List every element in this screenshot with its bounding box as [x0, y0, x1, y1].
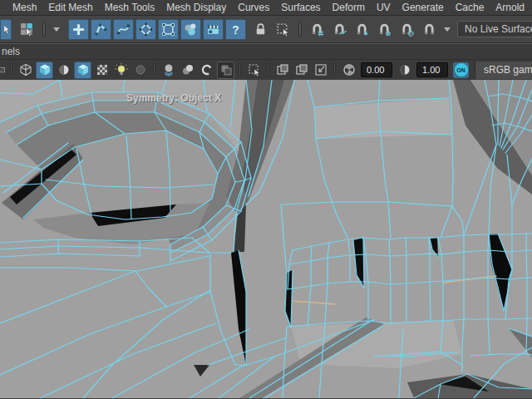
viewport-marquee-icon[interactable] — [245, 62, 263, 79]
svg-text:?: ? — [232, 22, 239, 36]
mesh-wireframe[interactable] — [0, 80, 532, 398]
separator — [267, 63, 269, 76]
contrast-icon[interactable] — [396, 62, 413, 79]
live-surface-field[interactable]: No Live Surface — [457, 21, 532, 37]
menu-mesh-tools[interactable]: Mesh Tools — [99, 2, 160, 13]
move-tool-icon[interactable] — [68, 19, 89, 40]
separator[interactable] — [298, 22, 302, 37]
menu-cache[interactable]: Cache — [450, 2, 490, 13]
lock-icon[interactable] — [250, 19, 271, 40]
separator — [153, 63, 155, 76]
marquee-select-icon[interactable] — [273, 19, 293, 40]
snap-curve-magnet-icon[interactable] — [329, 19, 350, 40]
depth-of-field-icon[interactable] — [198, 62, 215, 79]
frame-icon[interactable] — [0, 62, 6, 79]
clapperboard-icon[interactable] — [203, 19, 224, 40]
wireframe-cube-icon[interactable] — [17, 62, 34, 79]
panel-menu-bar: nels — [0, 43, 532, 59]
status-line: ? No Live Surface Obj — [0, 16, 532, 43]
snap-plane-magnet-icon[interactable] — [397, 19, 417, 40]
gamma-field[interactable]: 1.00 — [416, 62, 448, 77]
panels-menu-partial[interactable]: nels — [2, 46, 20, 57]
select-cursor-icon[interactable] — [0, 19, 12, 40]
selection-mask-icon[interactable] — [17, 19, 37, 40]
menu-generate[interactable]: Generate — [397, 2, 450, 13]
curve-tool-icon[interactable] — [113, 19, 134, 40]
help-icon[interactable]: ? — [225, 19, 246, 40]
on-toggle-label: ON — [455, 63, 468, 76]
menu-edit-mesh[interactable]: Edit Mesh — [42, 2, 98, 13]
shadows-icon[interactable] — [131, 62, 149, 79]
snap-center-magnet-icon[interactable] — [374, 19, 395, 40]
menu-surfaces[interactable]: Surfaces — [275, 2, 326, 13]
soft-select-icon[interactable] — [180, 19, 201, 40]
layout-pane-icon[interactable] — [273, 62, 291, 79]
menu-arnold[interactable]: Arnold — [490, 2, 530, 13]
separator[interactable] — [42, 22, 46, 37]
menu-mesh[interactable]: Mesh — [7, 2, 42, 13]
ao-icon[interactable] — [160, 62, 177, 79]
layout-pane2-icon[interactable] — [293, 62, 310, 79]
view-transform-select[interactable]: sRGB gamma — [475, 62, 532, 79]
checker-material-icon[interactable] — [93, 62, 111, 79]
textured-cube-icon[interactable] — [74, 62, 91, 79]
menu-bar: Mesh Edit Mesh Mesh Tools Mesh Display C… — [0, 0, 532, 16]
menu-deform[interactable]: Deform — [327, 2, 371, 13]
make-live-magnet-icon[interactable] — [419, 19, 440, 40]
separator — [239, 63, 241, 76]
color-management-toggle[interactable]: ON — [453, 62, 469, 78]
default-material-icon[interactable] — [55, 62, 72, 79]
separator — [333, 63, 336, 76]
panel-toolbar: 0.00 1.00 ON sRGB gamma — [0, 59, 532, 80]
exposure-icon[interactable] — [340, 62, 357, 79]
symmetry-status-label: Symmetry: Object X — [126, 92, 221, 104]
lattice-tool-icon[interactable] — [135, 19, 156, 40]
grease-pencil-icon[interactable] — [312, 62, 329, 79]
component-box-icon[interactable] — [158, 19, 179, 40]
lighting-icon[interactable] — [112, 62, 130, 79]
chevron-down-icon[interactable] — [444, 27, 451, 32]
exposure-field[interactable]: 0.00 — [361, 62, 392, 77]
motion-blur-icon[interactable] — [179, 62, 196, 79]
menu-uv[interactable]: UV — [371, 2, 397, 13]
maya-window: Mesh Edit Mesh Mesh Tools Mesh Display C… — [0, 0, 532, 399]
menu-curves[interactable]: Curves — [232, 2, 275, 13]
chevron-down-icon[interactable] — [53, 27, 60, 32]
snap-point-magnet-icon[interactable] — [352, 19, 372, 40]
ik-handle-icon[interactable] — [91, 19, 111, 40]
separator — [10, 63, 12, 76]
menu-mesh-display[interactable]: Mesh Display — [160, 2, 232, 13]
isolate-select-icon[interactable] — [217, 62, 234, 79]
viewport-3d[interactable]: Symmetry: Object X — [0, 80, 532, 398]
snap-grid-magnet-icon[interactable] — [307, 19, 328, 40]
shaded-cube-icon[interactable] — [36, 62, 53, 79]
